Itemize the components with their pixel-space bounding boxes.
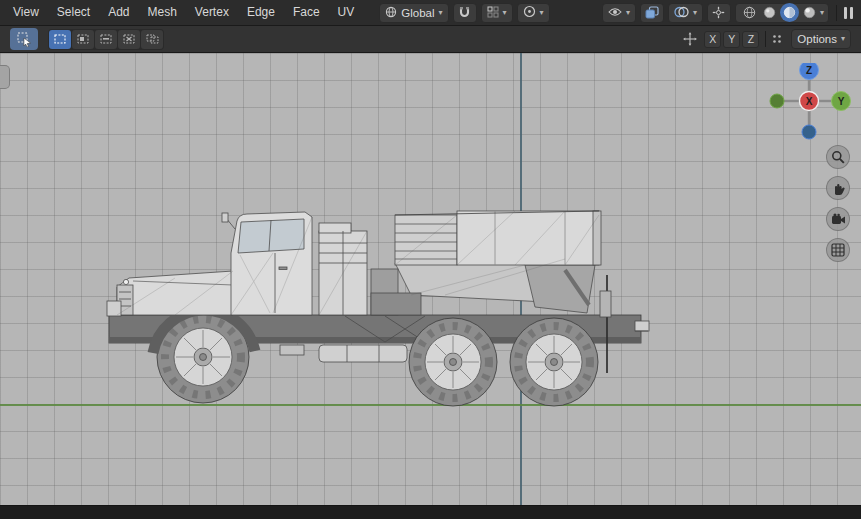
mirror-x-button[interactable]: X — [704, 31, 721, 48]
overlays-dropdown[interactable]: ▾ — [668, 3, 703, 23]
wireframe-sphere-icon — [743, 6, 756, 19]
menu-select[interactable]: Select — [48, 0, 99, 25]
grid-icon — [831, 243, 845, 257]
solid-sphere-icon — [763, 6, 776, 19]
overlays-icon — [674, 6, 689, 20]
select-mode-operation-group — [48, 29, 164, 50]
hand-icon — [832, 181, 845, 195]
mirror-y-button[interactable]: Y — [723, 31, 740, 48]
shading-solid-button[interactable] — [760, 3, 779, 22]
snap-dots-icon[interactable] — [771, 33, 783, 45]
top-header-bar: View Select Add Mesh Vertex Edge Face UV… — [0, 0, 861, 26]
chevron-down-icon: ▾ — [626, 9, 630, 17]
chevron-down-icon: ▾ — [693, 9, 697, 17]
menu-mesh[interactable]: Mesh — [139, 0, 186, 25]
select-intersect-icon — [146, 34, 159, 44]
camera-icon — [831, 213, 846, 225]
transform-gizmos-icon[interactable] — [683, 32, 697, 46]
options-dropdown[interactable]: Options ▾ — [791, 29, 851, 49]
viewport-3d[interactable]: Z Y X — [0, 53, 861, 505]
separator — [836, 5, 837, 21]
orientation-globe-icon — [385, 6, 397, 20]
viewport-side-controls — [826, 145, 850, 262]
snap-increment-icon — [487, 6, 499, 20]
select-extend-icon — [77, 34, 89, 44]
status-bar — [0, 505, 861, 519]
menu-vertex[interactable]: Vertex — [186, 0, 238, 25]
active-tool-select-box-button[interactable] — [10, 28, 38, 50]
collapse-header-button[interactable] — [842, 7, 861, 19]
pan-button[interactable] — [826, 176, 850, 200]
select-mode-subtract-button[interactable] — [95, 30, 117, 49]
transform-orientation-dropdown[interactable]: Global ▾ — [379, 3, 448, 23]
select-box-cursor-icon — [17, 32, 32, 47]
gizmo-z-axis-ball[interactable]: Z — [800, 63, 819, 80]
shading-material-button[interactable] — [780, 3, 799, 22]
xray-toggle-button[interactable] — [640, 3, 664, 23]
magnifier-icon — [831, 150, 845, 164]
zoom-button[interactable] — [826, 145, 850, 169]
menu-face[interactable]: Face — [284, 0, 329, 25]
select-mode-set-button[interactable] — [49, 30, 71, 49]
navigation-gizmo[interactable]: Z Y X — [763, 63, 855, 155]
mesh-model-truck[interactable] — [95, 195, 655, 415]
toggle-orthographic-button[interactable] — [826, 238, 850, 262]
snap-settings-dropdown[interactable]: ▾ — [481, 3, 513, 23]
magnet-icon — [458, 6, 471, 19]
svg-text:Y: Y — [838, 96, 845, 107]
svg-text:X: X — [806, 96, 813, 107]
rendered-sphere-icon — [803, 6, 816, 19]
gizmo-negative-z-ball[interactable] — [802, 125, 816, 139]
eye-icon — [608, 7, 622, 19]
xray-icon — [645, 6, 659, 19]
chevron-down-icon: ▾ — [439, 9, 443, 17]
chevron-down-icon: ▾ — [841, 35, 845, 43]
tool-settings-bar: X Y Z Options ▾ — [0, 26, 861, 53]
gizmo-arrows-icon — [712, 6, 725, 19]
pause-bars-icon — [844, 7, 853, 19]
chevron-down-icon: ▾ — [820, 9, 824, 17]
visibility-dropdown[interactable]: ▾ — [602, 3, 636, 23]
proportional-circle-icon — [523, 5, 536, 20]
toolbar-expand-tab[interactable] — [0, 65, 10, 89]
chevron-down-icon: ▾ — [540, 9, 544, 17]
gizmo-y-axis-ball[interactable]: Y — [832, 92, 851, 111]
options-label: Options — [797, 33, 837, 45]
snap-toggle-button[interactable] — [453, 3, 477, 23]
select-mode-invert-button[interactable] — [118, 30, 140, 49]
menu-view[interactable]: View — [4, 0, 48, 25]
camera-view-button[interactable] — [826, 207, 850, 231]
select-mode-extend-button[interactable] — [72, 30, 94, 49]
separator — [765, 31, 766, 47]
menu-edge[interactable]: Edge — [238, 0, 284, 25]
svg-text:Z: Z — [806, 65, 812, 76]
select-subtract-icon — [100, 34, 112, 44]
menu-add[interactable]: Add — [99, 0, 138, 25]
select-set-icon — [54, 34, 66, 44]
gizmo-negative-y-ball[interactable] — [770, 94, 784, 108]
select-mode-intersect-button[interactable] — [141, 30, 163, 49]
proportional-editing-dropdown[interactable]: ▾ — [517, 3, 550, 23]
menu-uv[interactable]: UV — [329, 0, 364, 25]
show-gizmo-button[interactable] — [707, 3, 731, 23]
gizmo-x-axis-ball[interactable]: X — [800, 92, 819, 111]
chevron-down-icon: ▾ — [503, 9, 507, 17]
material-sphere-icon — [783, 6, 796, 19]
viewport-shading-group: ▾ — [735, 3, 829, 23]
select-invert-icon — [123, 34, 135, 44]
shading-wireframe-button[interactable] — [740, 3, 759, 22]
mirror-z-button[interactable]: Z — [742, 31, 759, 48]
shading-rendered-button[interactable] — [800, 3, 819, 22]
orientation-label: Global — [401, 7, 434, 19]
